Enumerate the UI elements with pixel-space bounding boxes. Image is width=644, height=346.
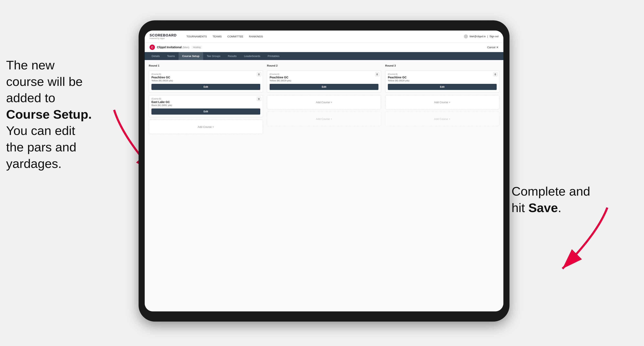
tablet-device: SCOREBOARD Powered by clippd TOURNAMENTS…	[138, 20, 510, 322]
tournament-name: Clippd Invitational (Men)	[157, 46, 189, 49]
top-nav: SCOREBOARD Powered by clippd TOURNAMENTS…	[145, 30, 504, 42]
tournament-gender: (Men)	[182, 46, 189, 49]
round-3-course-a-card: (Course A) Peachtree GC Yellow (M) (6629…	[385, 70, 499, 93]
round-1-course-b-edit[interactable]: Edit	[152, 109, 260, 115]
round-2-course-a-delete[interactable]: 🗑	[375, 72, 379, 76]
tablet-screen: SCOREBOARD Powered by clippd TOURNAMENTS…	[145, 30, 504, 311]
round-1-course-b-delete[interactable]: 🗑	[257, 97, 261, 101]
round-1-add-course-text: Add Course +	[198, 125, 214, 128]
cancel-button[interactable]: Cancel ✕	[487, 46, 498, 49]
tournament-title-area: C Clippd Invitational (Men) Hosting	[150, 45, 202, 50]
tab-bar: Details Teams Course Setup Tee Groups Re…	[145, 52, 504, 60]
round-2-add-course-disabled: Add Course +	[267, 112, 381, 126]
round-1-course-a-edit[interactable]: Edit	[152, 84, 260, 90]
sign-out-link[interactable]: Sign out	[490, 35, 498, 38]
tab-tee-groups[interactable]: Tee Groups	[203, 52, 224, 60]
round-1-course-a-card: (Course A) Peachtree GC Yellow (M) (6629…	[149, 70, 263, 93]
separator: |	[487, 35, 488, 38]
round-1-course-b-name: East Lake GC	[152, 100, 260, 104]
round-3-label: Round 3	[385, 64, 499, 67]
round-1-label: Round 1	[149, 64, 263, 67]
round-2-column: Round 2 (Course A) Peachtree GC Yellow (…	[267, 64, 381, 134]
round-1-course-a-label: (Course A)	[152, 73, 260, 75]
round-3-course-a-edit[interactable]: Edit	[388, 84, 497, 90]
round-2-add-course-active-text: Add Course +	[316, 101, 332, 104]
hosting-badge: Hosting	[191, 46, 202, 49]
round-1-course-a-name: Peachtree GC	[152, 76, 260, 79]
close-icon: ✕	[496, 46, 498, 49]
round-2-course-a-edit[interactable]: Edit	[270, 84, 378, 90]
main-content: Round 1 (Course A) Peachtree GC Yellow (…	[145, 60, 504, 311]
round-3-add-course-active[interactable]: Add Course +	[385, 95, 499, 109]
rounds-container: Round 1 (Course A) Peachtree GC Yellow (…	[149, 64, 499, 134]
annotation-left-text: The newcourse will beadded toCourse Setu…	[6, 58, 92, 171]
logo-sub: Powered by clippd	[150, 37, 177, 39]
logo-area: SCOREBOARD Powered by clippd	[150, 33, 177, 39]
user-email: blair@clippd.io	[470, 35, 486, 38]
tab-teams[interactable]: Teams	[164, 52, 178, 60]
round-3-course-a-label: (Course A)	[388, 73, 497, 75]
arrow-right	[546, 203, 624, 281]
round-3-course-a-delete[interactable]: 🗑	[494, 72, 498, 76]
round-2-course-a-label: (Course A)	[270, 73, 378, 75]
round-2-course-a-tee: Yellow (M) (6629 yds)	[270, 79, 378, 82]
round-3-column: Round 3 (Course A) Peachtree GC Yellow (…	[385, 64, 499, 134]
round-3-course-a-name: Peachtree GC	[388, 76, 497, 79]
nav-committee[interactable]: COMMITTEE	[228, 35, 243, 38]
round-3-course-a-tee: Yellow (M) (6629 yds)	[388, 79, 497, 82]
round-3-add-course-active-text: Add Course +	[434, 101, 450, 104]
round-2-course-a-name: Peachtree GC	[270, 76, 378, 79]
round-1-course-b-label: (Course B)	[152, 98, 260, 100]
round-2-course-a-card: (Course A) Peachtree GC Yellow (M) (6629…	[267, 70, 381, 93]
round-2-label: Round 2	[267, 64, 381, 67]
tab-details[interactable]: Details	[148, 52, 164, 60]
tab-printables[interactable]: Printables	[264, 52, 283, 60]
sub-header: C Clippd Invitational (Men) Hosting Canc…	[145, 42, 504, 52]
nav-rankings[interactable]: RANKINGS	[249, 35, 263, 38]
round-1-course-a-delete[interactable]: 🗑	[257, 72, 261, 76]
round-3-add-course-disabled: Add Course +	[385, 112, 499, 126]
nav-teams[interactable]: TEAMS	[212, 35, 222, 38]
nav-items: TOURNAMENTS TEAMS COMMITTEE RANKINGS	[186, 35, 457, 38]
round-1-course-b-tee: Black (M) (6891 yds)	[152, 104, 260, 106]
round-1-add-course[interactable]: Add Course +	[149, 120, 263, 134]
round-1-course-a-tee: Yellow (M) (6629 yds)	[152, 79, 260, 82]
logo-scoreboard: SCOREBOARD	[150, 33, 177, 37]
user-avatar	[464, 34, 468, 38]
round-1-course-b-card: (Course B) East Lake GC Black (M) (6891 …	[149, 95, 263, 117]
tab-course-setup[interactable]: Course Setup	[178, 52, 203, 60]
round-1-column: Round 1 (Course A) Peachtree GC Yellow (…	[149, 64, 263, 134]
nav-right: blair@clippd.io | Sign out	[464, 34, 498, 38]
round-3-add-course-disabled-text: Add Course +	[434, 117, 450, 121]
nav-tournaments[interactable]: TOURNAMENTS	[186, 35, 207, 38]
tab-results[interactable]: Results	[224, 52, 240, 60]
tab-leaderboards[interactable]: Leaderboards	[240, 52, 264, 60]
round-2-add-course-disabled-text: Add Course +	[316, 117, 332, 121]
round-2-add-course-active[interactable]: Add Course +	[267, 95, 381, 109]
c-logo: C	[150, 45, 155, 50]
